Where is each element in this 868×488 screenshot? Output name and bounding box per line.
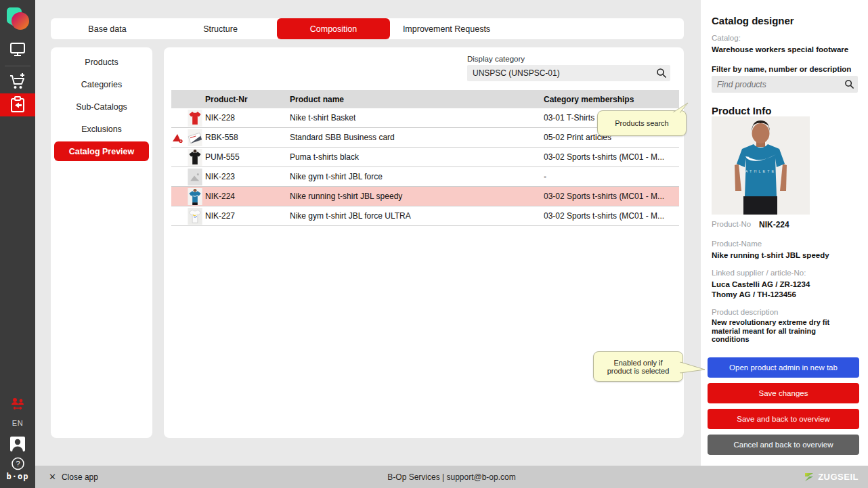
product-info-title: Product Info xyxy=(712,105,771,116)
left-menu: Products Categories Sub-Catalogs Exclusi… xyxy=(51,47,152,438)
zugseil-brand: ZUGSEIL xyxy=(804,466,859,488)
tooltip-enabled-only: Enabled only if product is selected xyxy=(593,351,683,382)
filter-label: Filter by name, number or description xyxy=(712,65,851,73)
product-nr: RBK-558 xyxy=(205,133,290,142)
close-app-label: Close app xyxy=(62,472,98,482)
col-header-product-nr: Product-Nr xyxy=(205,95,290,104)
cancel-and-back-button[interactable]: Cancel and back to overview xyxy=(708,435,859,455)
help-icon[interactable]: ? xyxy=(0,456,35,471)
app-logo[interactable] xyxy=(0,5,35,32)
menu-item-sub-catalogs[interactable]: Sub-Catalogs xyxy=(51,95,152,118)
tab-base-data[interactable]: Base data xyxy=(51,18,164,39)
product-name: Nike t-shirt Basket xyxy=(290,113,544,123)
custom-product-flag-icon xyxy=(172,132,183,143)
panel-title: Catalog designer xyxy=(712,15,794,26)
open-product-admin-button[interactable]: Open product admin in new tab xyxy=(708,357,859,378)
top-tabbar: Base data Structure Composition Improvem… xyxy=(51,18,684,39)
product-name: Nike gym t-shirt JBL force xyxy=(290,172,544,181)
cart-add-icon[interactable] xyxy=(0,70,35,92)
table-header-row: Product-Nr Product name Category members… xyxy=(171,90,679,108)
product-thumbnail-white-tshirt xyxy=(188,208,202,225)
col-header-product-name: Product name xyxy=(290,95,544,104)
avatar-icon[interactable] xyxy=(0,435,35,453)
tab-structure[interactable]: Structure xyxy=(164,18,277,39)
table-row[interactable]: NIK-223 Nike gym t-shirt JBL force - xyxy=(171,167,679,187)
sidebar-item-catalog-active[interactable] xyxy=(0,93,35,116)
product-no-value: NIK-224 xyxy=(759,220,789,229)
display-category-input[interactable] xyxy=(467,68,653,78)
tooltip-tail xyxy=(670,102,689,114)
save-and-back-button[interactable]: Save and back to overview xyxy=(708,409,859,429)
product-name: Standard SBB Business card xyxy=(290,133,544,142)
zugseil-logo-icon xyxy=(804,472,815,483)
tooltip-tail xyxy=(680,361,706,374)
product-no-label: Product-No xyxy=(712,220,751,228)
monitor-icon[interactable] xyxy=(0,39,35,60)
table-row-selected[interactable]: NIK-224 Nike running t-shirt JBL speedy … xyxy=(171,187,679,206)
product-name: Nike gym t-shirt JBL force ULTRA xyxy=(290,211,544,221)
footer-bar: B-Op Services | support@b-op.com ✕ Close… xyxy=(35,466,868,488)
svg-text:ATHLETE: ATHLETE xyxy=(745,169,776,173)
product-nr: NIK-223 xyxy=(205,172,290,181)
display-category-field[interactable] xyxy=(467,65,670,81)
search-icon[interactable] xyxy=(653,68,670,79)
supplier-label: Linked supplier / article-No: xyxy=(712,269,806,277)
product-name: Puma t-shirts black xyxy=(290,152,544,162)
supplier-value: Thomy AG / TH-123456 xyxy=(712,290,796,298)
product-name: Nike running t-shirt JBL speedy xyxy=(290,192,544,201)
product-thumbnail-business-card xyxy=(188,129,202,146)
app-window: EN ? b·op Base data Structure Compositio… xyxy=(0,0,868,488)
product-nr: NIK-227 xyxy=(205,211,290,221)
product-thumbnail-blue-tshirt xyxy=(188,188,202,205)
product-thumbnail-black-tshirt xyxy=(188,149,202,166)
close-app-button[interactable]: ✕ Close app xyxy=(49,466,98,488)
product-name-value: Nike running t-shirt JBL speedy xyxy=(712,251,829,259)
product-categories: 03-02 Sports t-shirts (MC01 - M... xyxy=(544,192,679,201)
table-row[interactable]: PUM-555 Puma t-shirts black 03-02 Sports… xyxy=(171,148,679,167)
search-icon[interactable] xyxy=(840,79,858,89)
menu-item-products[interactable]: Products xyxy=(51,51,152,73)
sidebar-divider xyxy=(5,66,30,66)
zugseil-logo-text: ZUGSEIL xyxy=(818,472,859,482)
tooltip-text: Enabled only if product is selected xyxy=(601,359,676,375)
tooltip-products-search: Products search xyxy=(597,110,687,136)
support-info: B-Op Services | support@b-op.com xyxy=(35,466,868,488)
sidebar: EN ? b·op xyxy=(0,0,35,488)
supplier-value: Luca Castelli AG / ZR-1234 xyxy=(712,280,810,288)
bop-logo: b·op xyxy=(0,472,35,481)
product-categories: 03-02 Sports t-shirts (MC01 - M... xyxy=(544,211,679,221)
product-categories: - xyxy=(544,172,679,181)
menu-item-catalog-preview[interactable]: Catalog Preview xyxy=(54,141,149,161)
find-products-field[interactable] xyxy=(712,76,858,93)
catalog-designer-panel: Catalog designer Catalog: Warehouse work… xyxy=(701,0,868,466)
svg-text:?: ? xyxy=(16,460,20,468)
product-description-value: New revolutionary extreme dry fit materi… xyxy=(712,318,850,344)
col-header-categories: Category memberships xyxy=(544,95,679,104)
product-nr: NIK-228 xyxy=(205,113,290,123)
user-switch-icon[interactable] xyxy=(0,395,35,413)
table-row[interactable]: NIK-227 Nike gym t-shirt JBL force ULTRA… xyxy=(171,206,679,226)
tab-improvement-requests[interactable]: Improvement Requests xyxy=(390,18,503,39)
catalog-value: Warehouse workers special footware xyxy=(712,45,848,53)
menu-item-categories[interactable]: Categories xyxy=(51,73,152,95)
save-changes-button[interactable]: Save changes xyxy=(708,383,859,403)
product-name-label: Product-Name xyxy=(712,240,762,248)
product-thumbnail-red-tshirt xyxy=(188,110,202,127)
language-switch[interactable]: EN xyxy=(0,419,35,427)
tab-composition[interactable]: Composition xyxy=(277,18,390,39)
catalog-label: Catalog: xyxy=(712,34,741,42)
product-nr: PUM-555 xyxy=(205,152,290,162)
close-icon: ✕ xyxy=(49,472,56,482)
app-logo-icon xyxy=(5,6,30,32)
product-description-label: Product description xyxy=(712,308,778,316)
display-category-label: Display category xyxy=(467,55,525,63)
product-thumbnail-placeholder xyxy=(188,169,202,185)
product-categories: 03-02 Sports t-shirts (MC01 - M... xyxy=(544,152,679,162)
product-photo: ATHLETE xyxy=(712,116,810,215)
menu-item-exclusions[interactable]: Exclusions xyxy=(51,118,152,140)
tooltip-text: Products search xyxy=(615,119,668,127)
catalog-clipboard-icon xyxy=(9,96,26,114)
action-buttons: Open product admin in new tab Save chang… xyxy=(708,357,859,455)
product-nr: NIK-224 xyxy=(205,192,290,201)
find-products-input[interactable] xyxy=(712,80,840,89)
